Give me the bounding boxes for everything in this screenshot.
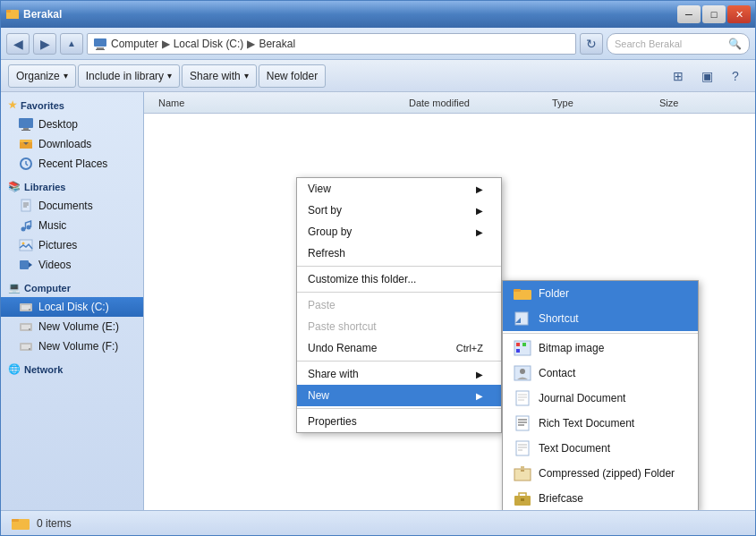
back-button[interactable]: ◀ xyxy=(6,33,30,55)
new-arrow: ▶ xyxy=(476,391,483,401)
share-with-button[interactable]: Share with xyxy=(182,64,257,88)
file-area[interactable]: Name Date modified Type Size This folder… xyxy=(144,92,755,510)
ctx-properties[interactable]: Properties xyxy=(297,411,501,432)
search-icon: 🔍 xyxy=(728,38,742,50)
svg-point-31 xyxy=(29,348,30,350)
address-path[interactable]: Computer ▶ Local Disk (C:) ▶ Berakal xyxy=(87,33,576,55)
sub-bitmap[interactable]: Bitmap image xyxy=(503,336,698,361)
maximize-button[interactable]: □ xyxy=(702,5,726,23)
sidebar: ★ Favorites Desktop xyxy=(1,92,144,510)
rich-text-icon xyxy=(514,415,531,431)
music-icon xyxy=(19,218,33,233)
network-icon: 🌐 xyxy=(8,363,21,375)
path-computer: Computer xyxy=(111,38,158,50)
svg-point-20 xyxy=(22,242,25,245)
preview-pane-button[interactable]: ▣ xyxy=(694,64,719,88)
toolbar-right: ⊞ ▣ ? xyxy=(666,64,748,88)
drive-c-icon xyxy=(19,300,33,314)
sidebar-item-downloads[interactable]: Downloads xyxy=(1,134,143,154)
up-button[interactable]: ▲ xyxy=(60,33,83,55)
search-placeholder: Search Berakal xyxy=(615,38,682,49)
ctx-sep-3 xyxy=(297,361,501,362)
svg-rect-19 xyxy=(20,240,32,251)
sidebar-item-recent-places[interactable]: Recent Places xyxy=(1,154,143,174)
forward-button[interactable]: ▶ xyxy=(33,33,56,55)
svg-rect-5 xyxy=(96,49,105,50)
status-bar: 0 items xyxy=(1,510,755,535)
ctx-sep-4 xyxy=(297,408,501,409)
ctx-group-by[interactable]: Group by ▶ xyxy=(297,221,501,242)
libraries-header: 📚 Libraries xyxy=(1,177,143,196)
view-arrow: ▶ xyxy=(476,184,483,194)
svg-rect-1 xyxy=(6,13,19,19)
col-header-date[interactable]: Date modified xyxy=(402,98,545,108)
svg-rect-4 xyxy=(97,47,104,49)
item-count: 0 items xyxy=(37,517,72,530)
ctx-undo-rename[interactable]: Undo Rename Ctrl+Z xyxy=(297,337,501,359)
refresh-button[interactable]: ↻ xyxy=(580,33,603,55)
svg-rect-62 xyxy=(12,519,19,522)
sub-briefcase[interactable]: Briefcase xyxy=(503,486,698,510)
sidebar-item-volume-f[interactable]: New Volume (F:) xyxy=(1,336,143,356)
search-box[interactable]: Search Berakal 🔍 xyxy=(607,33,750,55)
new-folder-button[interactable]: New folder xyxy=(259,64,326,88)
pictures-icon xyxy=(19,238,33,252)
ctx-share-with[interactable]: Share with ▶ xyxy=(297,363,501,385)
svg-rect-8 xyxy=(21,130,30,131)
ctx-sep-1 xyxy=(297,266,501,267)
ctx-view[interactable]: View ▶ xyxy=(297,178,501,200)
ctx-sort-by[interactable]: Sort by ▶ xyxy=(297,200,501,221)
col-header-name[interactable]: Name xyxy=(151,98,402,108)
computer-header: 💻 Computer xyxy=(1,278,143,297)
computer-section: 💻 Computer Local Disk (C:) xyxy=(1,278,143,356)
col-header-type[interactable]: Type xyxy=(545,98,652,108)
sub-journal[interactable]: Journal Document xyxy=(503,386,698,411)
computer-icon xyxy=(93,37,107,51)
sidebar-item-music[interactable]: Music xyxy=(1,216,143,235)
window-title: Berakal xyxy=(23,8,62,21)
organize-button[interactable]: Organize xyxy=(8,64,76,88)
favorites-header: ★ Favorites xyxy=(1,96,143,115)
sub-rich-text[interactable]: Rich Text Document xyxy=(503,411,698,436)
col-header-size[interactable]: Size xyxy=(652,98,724,108)
svg-rect-37 xyxy=(516,343,520,346)
ctx-refresh[interactable]: Refresh xyxy=(297,242,501,264)
svg-rect-38 xyxy=(522,343,526,346)
contact-icon xyxy=(514,365,531,381)
path-folder: Berakal xyxy=(259,38,295,50)
libraries-section: 📚 Libraries Documents xyxy=(1,177,143,275)
file-header: Name Date modified Type Size xyxy=(144,92,755,114)
sidebar-item-pictures[interactable]: Pictures xyxy=(1,235,143,255)
svg-rect-60 xyxy=(521,498,524,501)
close-button[interactable]: ✕ xyxy=(727,5,751,23)
svg-rect-21 xyxy=(20,260,29,269)
sidebar-item-desktop[interactable]: Desktop xyxy=(1,115,143,134)
sub-zip[interactable]: Compressed (zipped) Folder xyxy=(503,461,698,486)
svg-rect-2 xyxy=(6,10,11,13)
downloads-icon xyxy=(19,137,33,151)
drive-f-icon xyxy=(19,339,33,353)
ctx-new[interactable]: New ▶ xyxy=(297,385,501,406)
help-button[interactable]: ? xyxy=(723,64,748,88)
sub-folder[interactable]: Folder xyxy=(503,281,698,306)
sidebar-item-volume-e[interactable]: New Volume (E:) xyxy=(1,317,143,336)
include-in-library-button[interactable]: Include in library xyxy=(78,64,180,88)
ctx-customize[interactable]: Customize this folder... xyxy=(297,268,501,290)
sidebar-item-local-disk-c[interactable]: Local Disk (C:) xyxy=(1,297,143,317)
sidebar-item-documents[interactable]: Documents xyxy=(1,196,143,216)
drive-e-icon xyxy=(19,319,33,334)
context-menu: View ▶ Sort by ▶ Group by ▶ Refresh Cust… xyxy=(296,177,502,433)
recent-places-icon xyxy=(19,157,33,171)
view-options-button[interactable]: ⊞ xyxy=(666,64,691,88)
sidebar-item-videos[interactable]: Videos xyxy=(1,255,143,275)
sub-text[interactable]: Text Document xyxy=(503,436,698,461)
sub-contact[interactable]: Contact xyxy=(503,361,698,386)
svg-point-41 xyxy=(520,369,525,374)
svg-rect-46 xyxy=(516,416,529,430)
svg-rect-7 xyxy=(23,128,29,130)
toolbar: Organize Include in library Share with N… xyxy=(1,60,755,92)
documents-icon xyxy=(19,199,33,213)
status-folder-icon xyxy=(12,516,30,531)
minimize-button[interactable]: ─ xyxy=(677,5,701,23)
sub-shortcut[interactable]: Shortcut xyxy=(503,306,698,331)
